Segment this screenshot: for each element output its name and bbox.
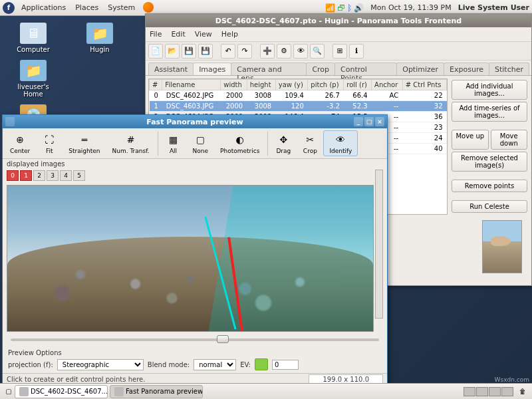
col-header[interactable]: roll (r) bbox=[344, 80, 372, 90]
preview-icon[interactable]: 👁 bbox=[293, 44, 308, 59]
desktop-icon-hugin[interactable]: 📁Hugin bbox=[73, 23, 126, 53]
watermark: Wsxdn.com bbox=[495, 376, 529, 383]
add-image-icon[interactable]: ➕ bbox=[260, 44, 275, 59]
info-icon[interactable]: ℹ bbox=[349, 44, 364, 59]
save-icon[interactable]: 💾 bbox=[182, 44, 196, 59]
image-toggle-1[interactable]: 1 bbox=[20, 170, 32, 181]
firefox-icon[interactable] bbox=[143, 2, 154, 13]
vertical-scrollbar[interactable] bbox=[375, 170, 383, 319]
preview-toolbar: ⊕Center⛶Fit═Straighten#Num. Transf.▦All▢… bbox=[3, 128, 387, 159]
menu-edit[interactable]: Edit bbox=[171, 30, 185, 39]
move-down-button[interactable]: Move down bbox=[491, 130, 528, 150]
preview-options-label: Preview Options bbox=[8, 349, 382, 356]
image-toggle-4[interactable]: 4 bbox=[60, 170, 72, 181]
hugin-titlebar[interactable]: DSC_4602-DSC_4607.pto - Hugin - Panorama… bbox=[146, 14, 531, 27]
user-menu[interactable]: Live System User bbox=[458, 3, 529, 12]
workspace-switcher[interactable] bbox=[464, 387, 513, 396]
side-buttons: Add individual images... Add time-series… bbox=[450, 78, 529, 215]
saveas-icon[interactable]: 💾 bbox=[198, 44, 213, 59]
tab-images[interactable]: Images bbox=[193, 63, 231, 75]
col-header[interactable]: width bbox=[221, 80, 247, 90]
bottom-panel: ▢ DSC_4602-DSC_4607... Fast Panorama pre… bbox=[0, 383, 532, 399]
projection-select[interactable]: Stereographic bbox=[57, 359, 144, 370]
volume-icon[interactable]: 🔊 bbox=[354, 3, 364, 13]
preview-window: Fast Panorama preview _ □ × ⊕Center⛶Fit═… bbox=[2, 114, 388, 386]
menu-file[interactable]: File bbox=[150, 30, 162, 39]
bluetooth-icon[interactable]: ᛒ bbox=[347, 3, 352, 13]
tab-optimizer[interactable]: Optimizer bbox=[396, 63, 444, 75]
preview-btn-identify[interactable]: 👁Identify bbox=[323, 130, 358, 156]
col-header[interactable]: yaw (y) bbox=[275, 80, 308, 90]
desktop-icon-computer[interactable]: 🖥Computer bbox=[7, 23, 60, 53]
tab-crop[interactable]: Crop bbox=[306, 63, 335, 75]
window-icon bbox=[5, 117, 15, 126]
preview-btn-center[interactable]: ⊕Center bbox=[4, 130, 36, 156]
menu-help[interactable]: Help bbox=[221, 30, 238, 39]
panorama-preview[interactable] bbox=[7, 185, 374, 332]
network-icon[interactable]: 📶 bbox=[325, 3, 335, 13]
col-header[interactable]: pitch (p) bbox=[308, 80, 344, 90]
remove-selected-button[interactable]: Remove selected image(s) bbox=[452, 152, 527, 172]
menu-places[interactable]: Places bbox=[71, 2, 102, 14]
preview-btn-crop[interactable]: ✂Crop bbox=[297, 130, 323, 156]
clock[interactable]: Mon Oct 19, 11:39 PM bbox=[370, 3, 452, 12]
image-toggle-3[interactable]: 3 bbox=[47, 170, 59, 181]
task-hugin[interactable]: DSC_4602-DSC_4607... bbox=[15, 385, 108, 398]
new-icon[interactable]: 📄 bbox=[148, 44, 163, 59]
remove-points-button[interactable]: Remove points bbox=[452, 180, 527, 192]
fov-slider[interactable] bbox=[11, 338, 379, 341]
battery-icon[interactable]: 🗗 bbox=[337, 3, 345, 13]
image-toggle-5[interactable]: 5 bbox=[73, 170, 85, 181]
col-header[interactable]: Filename bbox=[162, 80, 221, 90]
points-icon[interactable]: ⊞ bbox=[332, 44, 347, 59]
fedora-icon[interactable]: f bbox=[3, 2, 15, 14]
col-header[interactable]: height bbox=[247, 80, 275, 90]
task-preview[interactable]: Fast Panorama preview bbox=[110, 385, 203, 398]
col-header[interactable]: # Ctrl Pnts bbox=[402, 80, 446, 90]
redo-icon[interactable]: ↷ bbox=[237, 44, 252, 59]
preview-titlebar[interactable]: Fast Panorama preview _ □ × bbox=[3, 115, 387, 128]
preview-btn-fit[interactable]: ⛶Fit bbox=[36, 130, 63, 156]
preview-btn-all[interactable]: ▦All bbox=[160, 130, 187, 156]
image-toggle-0[interactable]: 0 bbox=[7, 170, 19, 181]
run-celeste-button[interactable]: Run Celeste bbox=[452, 200, 527, 213]
tab-exposure[interactable]: Exposure bbox=[444, 63, 489, 75]
ev-input[interactable] bbox=[272, 360, 299, 370]
col-header[interactable]: Anchor bbox=[372, 80, 403, 90]
menu-view[interactable]: View bbox=[195, 30, 212, 39]
ev-label: EV: bbox=[240, 361, 251, 368]
undo-icon[interactable]: ↶ bbox=[221, 44, 235, 59]
table-row[interactable]: 1DSC_4603.JPG20003008120-3.252.3--32 bbox=[150, 101, 447, 112]
blend-select[interactable]: normal bbox=[194, 359, 236, 370]
image-toggle-2[interactable]: 2 bbox=[33, 170, 45, 181]
close-icon[interactable]: × bbox=[375, 117, 384, 126]
ev-auto-button[interactable] bbox=[255, 358, 268, 370]
open-icon[interactable]: 📂 bbox=[165, 44, 180, 59]
preview-btn-photometrics[interactable]: ◐Photometrics bbox=[214, 130, 265, 156]
preview-btn-num-transf-[interactable]: #Num. Transf. bbox=[106, 130, 155, 156]
displayed-images-label: displayed images bbox=[3, 159, 387, 169]
tab-control-points[interactable]: Control Points bbox=[334, 63, 397, 75]
minimize-icon[interactable]: _ bbox=[354, 117, 363, 126]
show-desktop-icon[interactable]: ▢ bbox=[3, 388, 15, 395]
displayed-images-toggles: 012345 bbox=[3, 169, 387, 182]
menu-system[interactable]: System bbox=[104, 2, 139, 14]
preview-btn-none[interactable]: ▢None bbox=[187, 130, 214, 156]
hugin-menubar: File Edit View Help bbox=[146, 27, 531, 42]
gl-preview-icon[interactable]: 🔍 bbox=[310, 44, 325, 59]
tab-stitcher[interactable]: Stitcher bbox=[489, 63, 529, 75]
maximize-icon[interactable]: □ bbox=[364, 117, 374, 126]
preview-btn-straighten[interactable]: ═Straighten bbox=[63, 130, 106, 156]
menu-applications[interactable]: Applications bbox=[17, 2, 70, 14]
tab-assistant[interactable]: Assistant bbox=[148, 63, 194, 75]
add-timeseries-button[interactable]: Add time-series of images... bbox=[452, 102, 527, 122]
col-header[interactable]: # bbox=[150, 80, 162, 90]
trash-icon[interactable]: 🗑 bbox=[516, 388, 529, 395]
desktop-icon-home[interactable]: 📁liveuser's Home bbox=[7, 60, 60, 98]
add-individual-button[interactable]: Add individual images... bbox=[452, 80, 527, 100]
optimize-icon[interactable]: ⚙ bbox=[277, 44, 291, 59]
tab-camera[interactable]: Camera and Lens bbox=[231, 63, 307, 75]
preview-btn-drag[interactable]: ✥Drag bbox=[270, 130, 297, 156]
move-up-button[interactable]: Move up bbox=[452, 130, 489, 150]
table-row[interactable]: 0DSC_4602.JPG20003008109.426.766.4AC22 bbox=[150, 90, 447, 101]
